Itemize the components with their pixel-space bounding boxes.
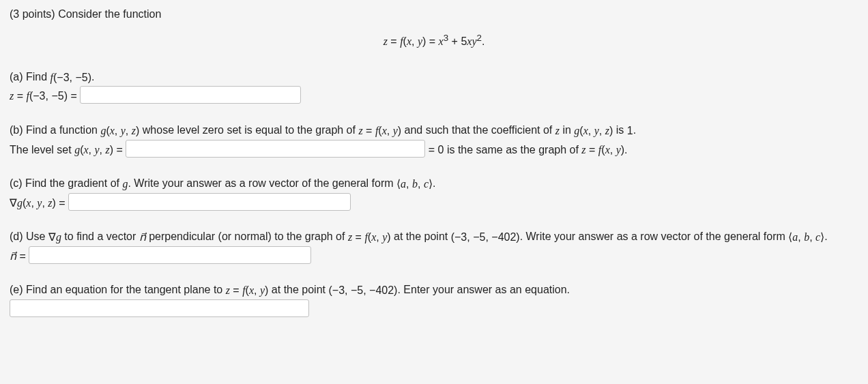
part-b-rhs: = 0 is the same as the graph of z = f(x,… bbox=[429, 144, 628, 156]
part-c-input[interactable] bbox=[68, 193, 351, 211]
part-b-input[interactable] bbox=[126, 140, 425, 158]
part-c-lhs: ∇g(x, y, z) = bbox=[10, 197, 66, 209]
part-b-prompt: (b) Find a function g(x, y, z) whose lev… bbox=[10, 121, 858, 140]
part-d-lhs: n⃗ = bbox=[10, 250, 26, 262]
part-a-lhs: z = f(−3, −5) = bbox=[10, 90, 77, 102]
function-equation: z = f(x, y) = x3 + 5xy2. bbox=[10, 33, 858, 48]
intro-text: (3 points) Consider the function bbox=[10, 5, 858, 23]
part-d-input[interactable] bbox=[29, 246, 311, 264]
part-e-input[interactable] bbox=[10, 299, 309, 317]
part-d-prompt: (d) Use ∇g to find a vector n⃗ perpendic… bbox=[10, 228, 858, 246]
part-c-prompt: (c) Find the gradient of g. Write your a… bbox=[10, 175, 858, 193]
part-b-lhs: The level set g(x, y, z) = bbox=[10, 144, 123, 156]
part-e-prompt: (e) Find an equation for the tangent pla… bbox=[10, 281, 858, 299]
part-a-prompt: (a) Find f(−3, −5). bbox=[10, 68, 858, 87]
part-a-input[interactable] bbox=[80, 86, 301, 104]
